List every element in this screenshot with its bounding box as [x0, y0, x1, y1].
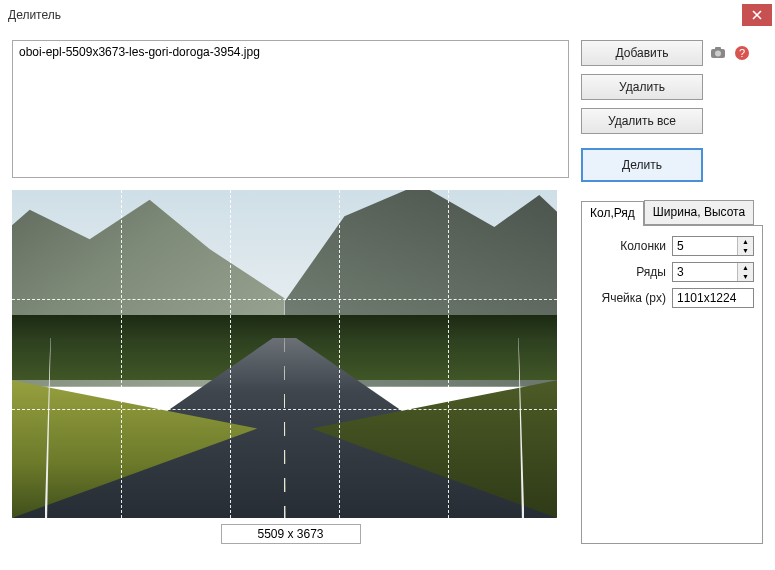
- close-icon: [752, 10, 762, 20]
- svg-point-1: [715, 51, 721, 57]
- cell-size-output: 1101x1224: [672, 288, 754, 308]
- cell-label: Ячейка (px): [602, 291, 666, 305]
- titlebar: Делитель: [0, 0, 775, 30]
- rows-label: Ряды: [636, 265, 666, 279]
- split-button[interactable]: Делить: [581, 148, 703, 182]
- columns-up[interactable]: ▲: [738, 237, 753, 246]
- remove-all-button[interactable]: Удалить все: [581, 108, 703, 134]
- image-preview: [12, 190, 557, 518]
- tabs: Кол,Ряд Ширина, Высота: [581, 200, 763, 225]
- image-dimensions: 5509 x 3673: [221, 524, 361, 544]
- file-list-item[interactable]: oboi-epl-5509x3673-les-gori-doroga-3954.…: [19, 45, 562, 59]
- camera-icon[interactable]: [709, 44, 727, 62]
- rows-down[interactable]: ▼: [738, 272, 753, 281]
- columns-input[interactable]: [673, 237, 737, 255]
- add-button[interactable]: Добавить: [581, 40, 703, 66]
- rows-spinner[interactable]: ▲ ▼: [672, 262, 754, 282]
- tab-width-height[interactable]: Ширина, Высота: [644, 200, 754, 225]
- close-button[interactable]: [742, 4, 772, 26]
- rows-up[interactable]: ▲: [738, 263, 753, 272]
- columns-label: Колонки: [620, 239, 666, 253]
- file-list[interactable]: oboi-epl-5509x3673-les-gori-doroga-3954.…: [12, 40, 569, 178]
- columns-spinner[interactable]: ▲ ▼: [672, 236, 754, 256]
- window-title: Делитель: [8, 8, 742, 22]
- tab-colrow[interactable]: Кол,Ряд: [581, 201, 644, 226]
- tab-panel: Колонки ▲ ▼ Ряды ▲ ▼: [581, 225, 763, 544]
- remove-button[interactable]: Удалить: [581, 74, 703, 100]
- columns-down[interactable]: ▼: [738, 246, 753, 255]
- svg-rect-2: [715, 47, 721, 50]
- svg-text:?: ?: [739, 47, 745, 59]
- help-icon[interactable]: ?: [733, 44, 751, 62]
- rows-input[interactable]: [673, 263, 737, 281]
